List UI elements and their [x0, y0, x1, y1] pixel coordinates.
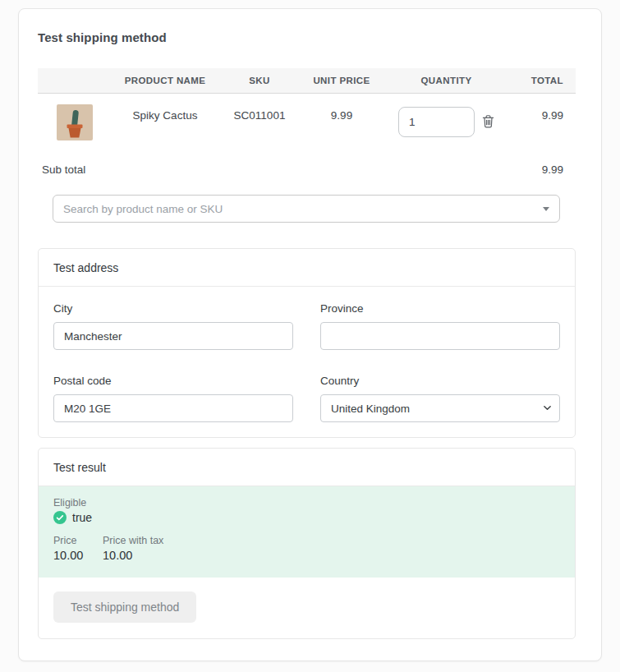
product-image — [57, 104, 93, 140]
province-input[interactable] — [320, 322, 560, 350]
country-field-group: Country United Kingdom — [320, 375, 560, 422]
product-total: 9.99 — [510, 94, 576, 161]
country-label: Country — [320, 375, 560, 387]
column-header-image — [38, 68, 112, 94]
eligible-label: Eligible — [53, 497, 560, 509]
city-label: City — [53, 302, 293, 315]
cactus-photo-placeholder — [57, 104, 93, 140]
column-header-quantity: QUANTITY — [383, 68, 510, 94]
subtotal-label: Sub total — [42, 163, 85, 176]
price-with-tax-column: Price with tax 10.00 — [103, 535, 163, 562]
price-column: Price 10.00 — [53, 535, 86, 562]
city-input[interactable] — [53, 322, 293, 350]
page-title: Test shipping method — [38, 30, 583, 44]
test-address-title: Test address — [39, 249, 575, 287]
city-field-group: City — [53, 302, 293, 350]
product-table: PRODUCT NAME SKU UNIT PRICE QUANTITY TOT… — [38, 68, 576, 160]
postal-code-field-group: Postal code — [53, 375, 293, 422]
product-unit-price: 9.99 — [301, 94, 383, 161]
postal-code-label: Postal code — [53, 375, 293, 387]
test-address-form: City Province Postal code Country United… — [39, 287, 575, 437]
product-name: Spiky Cactus — [112, 94, 218, 161]
product-image-cell — [38, 94, 112, 161]
product-quantity-cell — [383, 94, 510, 161]
province-field-group: Province — [320, 302, 560, 350]
page-background: Test shipping method PRODUCT NAME SKU UN… — [0, 0, 620, 672]
subtotal-row: Sub total 9.99 — [38, 163, 576, 176]
country-select[interactable]: United Kingdom — [320, 394, 560, 422]
column-header-sku: SKU — [218, 68, 301, 94]
price-label: Price — [53, 535, 86, 546]
province-label: Province — [320, 302, 560, 315]
postal-code-input[interactable] — [53, 394, 293, 422]
result-button-row: Test shipping method — [39, 578, 575, 638]
delete-product-button[interactable] — [482, 114, 494, 128]
eligible-value: true — [72, 511, 92, 524]
quantity-input[interactable] — [398, 107, 475, 137]
price-results: Price 10.00 Price with tax 10.00 — [53, 535, 560, 562]
column-header-product-name: PRODUCT NAME — [112, 68, 218, 94]
product-row: Spiky Cactus SC011001 9.99 — [38, 94, 576, 161]
dropdown-caret-icon[interactable] — [543, 207, 549, 211]
check-circle-icon — [53, 511, 67, 524]
subtotal-value: 9.99 — [542, 163, 563, 176]
eligible-value-row: true — [53, 511, 560, 524]
test-result-card: Test result Eligible true Price 10. — [38, 448, 576, 639]
test-result-title: Test result — [39, 449, 575, 486]
trash-icon — [482, 118, 494, 131]
column-header-total: TOTAL — [510, 68, 576, 94]
product-sku: SC011001 — [218, 94, 301, 161]
country-select-wrap: United Kingdom — [320, 394, 560, 422]
price-with-tax-label: Price with tax — [103, 535, 163, 546]
test-shipping-method-card: Test shipping method PRODUCT NAME SKU UN… — [18, 8, 602, 661]
table-header-row: PRODUCT NAME SKU UNIT PRICE QUANTITY TOT… — [38, 68, 576, 94]
price-value: 10.00 — [53, 549, 86, 562]
product-search-combobox — [53, 195, 560, 223]
test-address-card: Test address City Province Postal code C… — [38, 248, 576, 438]
product-search-input[interactable] — [53, 195, 560, 223]
test-shipping-method-button[interactable]: Test shipping method — [53, 591, 196, 623]
result-panel: Eligible true Price 10.00 — [39, 486, 575, 578]
column-header-unit-price: UNIT PRICE — [301, 68, 383, 94]
price-with-tax-value: 10.00 — [103, 549, 163, 562]
